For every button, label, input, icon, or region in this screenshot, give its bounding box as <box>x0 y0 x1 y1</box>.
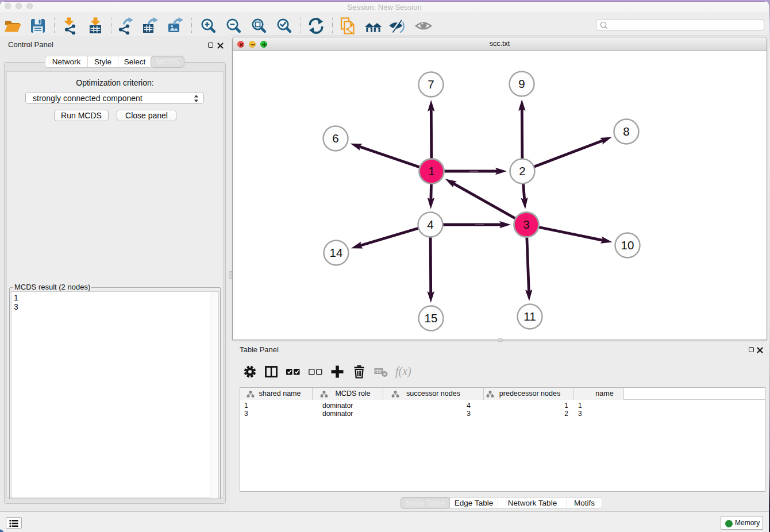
svg-text:3: 3 <box>523 218 529 231</box>
svg-text:6: 6 <box>332 132 338 145</box>
svg-text:15: 15 <box>425 311 438 325</box>
svg-text:14: 14 <box>330 246 343 259</box>
svg-text:7: 7 <box>428 78 434 91</box>
svg-text:4: 4 <box>427 218 433 231</box>
svg-text:2: 2 <box>519 164 525 178</box>
svg-text:10: 10 <box>621 238 634 252</box>
svg-text:9: 9 <box>518 77 525 90</box>
svg-text:11: 11 <box>523 310 536 323</box>
svg-text:1: 1 <box>428 164 434 178</box>
svg-text:8: 8 <box>623 125 629 138</box>
